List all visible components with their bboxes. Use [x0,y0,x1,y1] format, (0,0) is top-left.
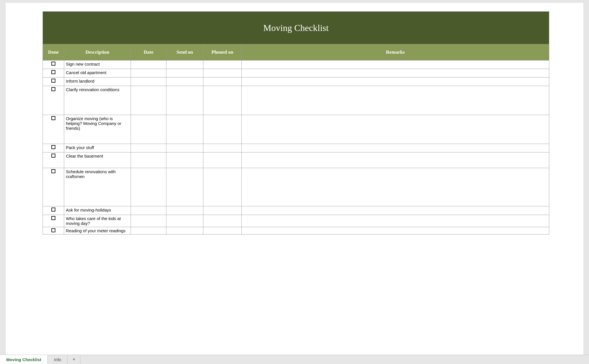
table-row: Cancel old apartment [43,69,549,78]
table-row: Reading of your meter readings [43,227,549,235]
cell-send-on[interactable] [166,215,203,227]
cell-description[interactable]: Clear the basement [64,152,131,168]
cell-send-on[interactable] [166,78,203,86]
sheet-tab-add[interactable]: + [68,355,80,364]
cell-remarks[interactable] [242,206,549,215]
cell-send-on[interactable] [166,144,203,152]
cell-remarks[interactable] [242,78,549,86]
checkbox-icon[interactable] [51,169,55,173]
cell-done[interactable] [43,152,64,168]
col-header-phoned-on: Phoned on [203,44,242,60]
cell-done[interactable] [43,227,64,235]
cell-date[interactable] [131,215,166,227]
cell-remarks[interactable] [242,60,549,69]
cell-remarks[interactable] [242,69,549,78]
cell-description[interactable]: Cancel old apartment [64,69,131,78]
cell-date[interactable] [131,152,166,168]
table-row: Organize moving (who is helping? Moving … [43,115,549,144]
cell-send-on[interactable] [166,69,203,78]
cell-done[interactable] [43,78,64,86]
cell-send-on[interactable] [166,206,203,215]
page-title: Moving Checklist [43,11,549,44]
cell-done[interactable] [43,60,64,69]
sheet-tab-info[interactable]: Info [48,355,68,364]
table-row: Clarify renovation conditions [43,86,549,115]
cell-description[interactable]: Pack your stuff [64,144,131,152]
cell-remarks[interactable] [242,86,549,115]
cell-phoned-on[interactable] [203,206,242,215]
cell-phoned-on[interactable] [203,144,242,152]
sheet-tab-bar: Moving Checklist Info + [0,355,589,364]
cell-date[interactable] [131,78,166,86]
checkbox-icon[interactable] [51,145,55,149]
cell-remarks[interactable] [242,144,549,152]
cell-date[interactable] [131,60,166,69]
table-row: Sign new contract [43,60,549,69]
cell-description[interactable]: Schedule renovations with craftsmen [64,168,131,206]
col-header-date: Date [131,44,166,60]
col-header-description: Description [64,44,131,60]
cell-description[interactable]: Sign new contract [64,60,131,69]
cell-done[interactable] [43,86,64,115]
table-row: Clear the basement [43,152,549,168]
cell-phoned-on[interactable] [203,78,242,86]
cell-done[interactable] [43,115,64,144]
cell-remarks[interactable] [242,227,549,235]
cell-send-on[interactable] [166,152,203,168]
cell-phoned-on[interactable] [203,115,242,144]
sheet-tab-moving-checklist[interactable]: Moving Checklist [0,355,48,364]
cell-send-on[interactable] [166,60,203,69]
checkbox-icon[interactable] [51,154,55,158]
col-header-remarks: Remarks [242,44,549,60]
cell-description[interactable]: Ask for moving-holidays [64,206,131,215]
checkbox-icon[interactable] [51,70,55,74]
cell-phoned-on[interactable] [203,69,242,78]
cell-done[interactable] [43,206,64,215]
cell-date[interactable] [131,227,166,235]
cell-phoned-on[interactable] [203,227,242,235]
cell-remarks[interactable] [242,168,549,206]
cell-phoned-on[interactable] [203,215,242,227]
cell-phoned-on[interactable] [203,60,242,69]
cell-description[interactable]: Organize moving (who is helping? Moving … [64,115,131,144]
checkbox-icon[interactable] [51,228,55,232]
checkbox-icon[interactable] [51,216,55,220]
table-row: Schedule renovations with craftsmen [43,168,549,206]
cell-description[interactable]: Inform landlord [64,78,131,86]
cell-date[interactable] [131,69,166,78]
cell-date[interactable] [131,206,166,215]
table-header-row: Done Description Date Send on Phoned on … [43,44,549,60]
cell-date[interactable] [131,144,166,152]
cell-description[interactable]: Reading of your meter readings [64,227,131,235]
cell-done[interactable] [43,215,64,227]
checkbox-icon[interactable] [51,62,55,66]
checkbox-icon[interactable] [51,116,55,120]
col-header-send-on: Send on [166,44,203,60]
checkbox-icon[interactable] [51,79,55,83]
checkbox-icon[interactable] [51,208,55,212]
checkbox-icon[interactable] [51,87,55,91]
cell-send-on[interactable] [166,168,203,206]
cell-send-on[interactable] [166,227,203,235]
cell-send-on[interactable] [166,115,203,144]
cell-remarks[interactable] [242,215,549,227]
sheet-content: Moving Checklist Done Description Date S [43,11,549,355]
cell-remarks[interactable] [242,152,549,168]
cell-phoned-on[interactable] [203,168,242,206]
cell-description[interactable]: Who takes care of the kids at moving day… [64,215,131,227]
cell-done[interactable] [43,69,64,78]
app-viewport: Moving Checklist Done Description Date S [0,0,589,364]
checklist-table: Done Description Date Send on Phoned on … [43,44,549,235]
cell-description[interactable]: Clarify renovation conditions [64,86,131,115]
cell-done[interactable] [43,144,64,152]
table-row: Pack your stuff [43,144,549,152]
cell-done[interactable] [43,168,64,206]
cell-phoned-on[interactable] [203,152,242,168]
cell-send-on[interactable] [166,86,203,115]
cell-date[interactable] [131,168,166,206]
cell-date[interactable] [131,86,166,115]
cell-date[interactable] [131,115,166,144]
table-row: Inform landlord [43,78,549,86]
cell-remarks[interactable] [242,115,549,144]
cell-phoned-on[interactable] [203,86,242,115]
